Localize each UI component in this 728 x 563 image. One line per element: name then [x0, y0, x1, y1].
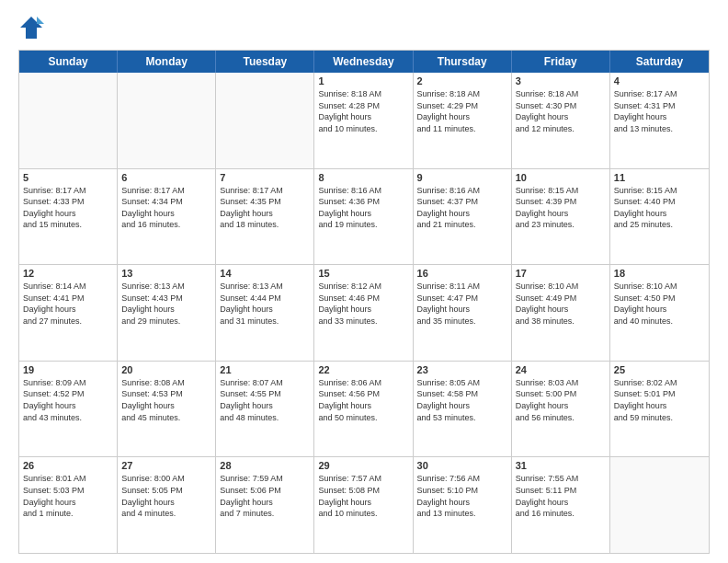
week-row-4: 19Sunrise: 8:09 AMSunset: 4:52 PMDayligh…	[19, 362, 709, 458]
calendar-grid: 1Sunrise: 8:18 AMSunset: 4:28 PMDaylight…	[19, 73, 709, 553]
day-info: Sunrise: 8:15 AMSunset: 4:40 PMDaylight …	[614, 185, 705, 231]
day-number: 6	[121, 172, 211, 183]
day-number: 14	[220, 268, 310, 279]
day-number: 3	[516, 75, 606, 86]
day-cell-1: 1Sunrise: 8:18 AMSunset: 4:28 PMDaylight…	[314, 73, 413, 168]
day-header-tuesday: Tuesday	[216, 51, 314, 73]
day-info: Sunrise: 8:15 AMSunset: 4:39 PMDaylight …	[516, 185, 606, 231]
day-header-saturday: Saturday	[610, 51, 709, 73]
day-number: 1	[318, 75, 408, 86]
day-number: 26	[23, 460, 113, 471]
day-info: Sunrise: 7:55 AMSunset: 5:11 PMDaylight …	[516, 473, 606, 519]
day-cell-16: 16Sunrise: 8:11 AMSunset: 4:47 PMDayligh…	[414, 265, 512, 361]
day-number: 7	[220, 172, 310, 183]
day-cell-27: 27Sunrise: 8:00 AMSunset: 5:05 PMDayligh…	[118, 457, 216, 553]
day-info: Sunrise: 8:10 AMSunset: 4:49 PMDaylight …	[516, 281, 606, 327]
day-cell-18: 18Sunrise: 8:10 AMSunset: 4:50 PMDayligh…	[610, 265, 709, 361]
day-cell-4: 4Sunrise: 8:17 AMSunset: 4:31 PMDaylight…	[610, 73, 709, 168]
day-cell-30: 30Sunrise: 7:56 AMSunset: 5:10 PMDayligh…	[414, 457, 512, 553]
day-cell-25: 25Sunrise: 8:02 AMSunset: 5:01 PMDayligh…	[610, 362, 709, 457]
day-cell-12: 12Sunrise: 8:14 AMSunset: 4:41 PMDayligh…	[19, 265, 118, 361]
day-info: Sunrise: 8:07 AMSunset: 4:55 PMDaylight …	[220, 377, 310, 423]
day-cell-19: 19Sunrise: 8:09 AMSunset: 4:52 PMDayligh…	[19, 362, 118, 457]
day-header-sunday: Sunday	[19, 51, 118, 73]
day-number: 23	[417, 364, 507, 375]
day-header-monday: Monday	[118, 51, 216, 73]
week-row-1: 1Sunrise: 8:18 AMSunset: 4:28 PMDaylight…	[19, 73, 709, 169]
empty-cell	[118, 73, 216, 168]
day-cell-5: 5Sunrise: 8:17 AMSunset: 4:33 PMDaylight…	[19, 169, 118, 265]
day-cell-13: 13Sunrise: 8:13 AMSunset: 4:43 PMDayligh…	[118, 265, 216, 361]
day-number: 30	[417, 460, 507, 471]
day-info: Sunrise: 8:12 AMSunset: 4:46 PMDaylight …	[318, 281, 408, 327]
day-cell-26: 26Sunrise: 8:01 AMSunset: 5:03 PMDayligh…	[19, 457, 118, 553]
day-info: Sunrise: 8:18 AMSunset: 4:28 PMDaylight …	[318, 88, 408, 134]
day-cell-17: 17Sunrise: 8:10 AMSunset: 4:49 PMDayligh…	[512, 265, 610, 361]
day-info: Sunrise: 8:17 AMSunset: 4:33 PMDaylight …	[23, 185, 113, 231]
day-header-thursday: Thursday	[414, 51, 512, 73]
day-number: 21	[220, 364, 310, 375]
day-number: 29	[318, 460, 408, 471]
day-info: Sunrise: 8:09 AMSunset: 4:52 PMDaylight …	[23, 377, 113, 423]
svg-marker-1	[37, 17, 44, 24]
calendar: SundayMondayTuesdayWednesdayThursdayFrid…	[18, 50, 710, 554]
day-cell-31: 31Sunrise: 7:55 AMSunset: 5:11 PMDayligh…	[512, 457, 610, 553]
empty-cell	[610, 457, 709, 553]
day-header-wednesday: Wednesday	[314, 51, 413, 73]
day-info: Sunrise: 8:11 AMSunset: 4:47 PMDaylight …	[417, 281, 507, 327]
day-info: Sunrise: 8:01 AMSunset: 5:03 PMDaylight …	[23, 473, 113, 519]
day-cell-9: 9Sunrise: 8:16 AMSunset: 4:37 PMDaylight…	[414, 169, 512, 265]
day-info: Sunrise: 8:17 AMSunset: 4:34 PMDaylight …	[121, 185, 211, 231]
week-row-2: 5Sunrise: 8:17 AMSunset: 4:33 PMDaylight…	[19, 169, 709, 266]
day-info: Sunrise: 8:14 AMSunset: 4:41 PMDaylight …	[23, 281, 113, 327]
day-number: 2	[417, 75, 507, 86]
day-number: 12	[23, 268, 113, 279]
day-info: Sunrise: 8:00 AMSunset: 5:05 PMDaylight …	[121, 473, 211, 519]
day-number: 22	[318, 364, 408, 375]
day-info: Sunrise: 8:10 AMSunset: 4:50 PMDaylight …	[614, 281, 705, 327]
day-cell-2: 2Sunrise: 8:18 AMSunset: 4:29 PMDaylight…	[414, 73, 512, 168]
day-number: 31	[516, 460, 606, 471]
day-info: Sunrise: 8:03 AMSunset: 5:00 PMDaylight …	[516, 377, 606, 423]
day-cell-11: 11Sunrise: 8:15 AMSunset: 4:40 PMDayligh…	[610, 169, 709, 265]
day-cell-22: 22Sunrise: 8:06 AMSunset: 4:56 PMDayligh…	[314, 362, 413, 457]
day-info: Sunrise: 8:06 AMSunset: 4:56 PMDaylight …	[318, 377, 408, 423]
day-number: 24	[516, 364, 606, 375]
day-cell-20: 20Sunrise: 8:08 AMSunset: 4:53 PMDayligh…	[118, 362, 216, 457]
day-info: Sunrise: 8:13 AMSunset: 4:44 PMDaylight …	[220, 281, 310, 327]
day-info: Sunrise: 7:59 AMSunset: 5:06 PMDaylight …	[220, 473, 310, 519]
day-number: 18	[614, 268, 705, 279]
day-cell-29: 29Sunrise: 7:57 AMSunset: 5:08 PMDayligh…	[314, 457, 413, 553]
day-number: 27	[121, 460, 211, 471]
day-cell-10: 10Sunrise: 8:15 AMSunset: 4:39 PMDayligh…	[512, 169, 610, 265]
day-number: 10	[516, 172, 606, 183]
day-cell-7: 7Sunrise: 8:17 AMSunset: 4:35 PMDaylight…	[216, 169, 314, 265]
day-info: Sunrise: 7:56 AMSunset: 5:10 PMDaylight …	[417, 473, 507, 519]
day-headers: SundayMondayTuesdayWednesdayThursdayFrid…	[19, 51, 709, 73]
day-header-friday: Friday	[512, 51, 610, 73]
day-info: Sunrise: 8:08 AMSunset: 4:53 PMDaylight …	[121, 377, 211, 423]
day-cell-3: 3Sunrise: 8:18 AMSunset: 4:30 PMDaylight…	[512, 73, 610, 168]
day-cell-14: 14Sunrise: 8:13 AMSunset: 4:44 PMDayligh…	[216, 265, 314, 361]
day-number: 13	[121, 268, 211, 279]
logo-icon	[18, 15, 44, 40]
day-number: 20	[121, 364, 211, 375]
day-cell-8: 8Sunrise: 8:16 AMSunset: 4:36 PMDaylight…	[314, 169, 413, 265]
logo	[18, 15, 48, 40]
day-number: 11	[614, 172, 705, 183]
day-info: Sunrise: 8:18 AMSunset: 4:29 PMDaylight …	[417, 88, 507, 134]
week-row-5: 26Sunrise: 8:01 AMSunset: 5:03 PMDayligh…	[19, 457, 709, 553]
day-number: 25	[614, 364, 705, 375]
day-info: Sunrise: 8:16 AMSunset: 4:36 PMDaylight …	[318, 185, 408, 231]
day-info: Sunrise: 8:18 AMSunset: 4:30 PMDaylight …	[516, 88, 606, 134]
day-cell-28: 28Sunrise: 7:59 AMSunset: 5:06 PMDayligh…	[216, 457, 314, 553]
day-info: Sunrise: 8:13 AMSunset: 4:43 PMDaylight …	[121, 281, 211, 327]
day-cell-24: 24Sunrise: 8:03 AMSunset: 5:00 PMDayligh…	[512, 362, 610, 457]
day-info: Sunrise: 8:05 AMSunset: 4:58 PMDaylight …	[417, 377, 507, 423]
empty-cell	[19, 73, 118, 168]
day-info: Sunrise: 7:57 AMSunset: 5:08 PMDaylight …	[318, 473, 408, 519]
day-cell-15: 15Sunrise: 8:12 AMSunset: 4:46 PMDayligh…	[314, 265, 413, 361]
week-row-3: 12Sunrise: 8:14 AMSunset: 4:41 PMDayligh…	[19, 265, 709, 362]
day-number: 4	[614, 75, 705, 86]
day-info: Sunrise: 8:02 AMSunset: 5:01 PMDaylight …	[614, 377, 705, 423]
